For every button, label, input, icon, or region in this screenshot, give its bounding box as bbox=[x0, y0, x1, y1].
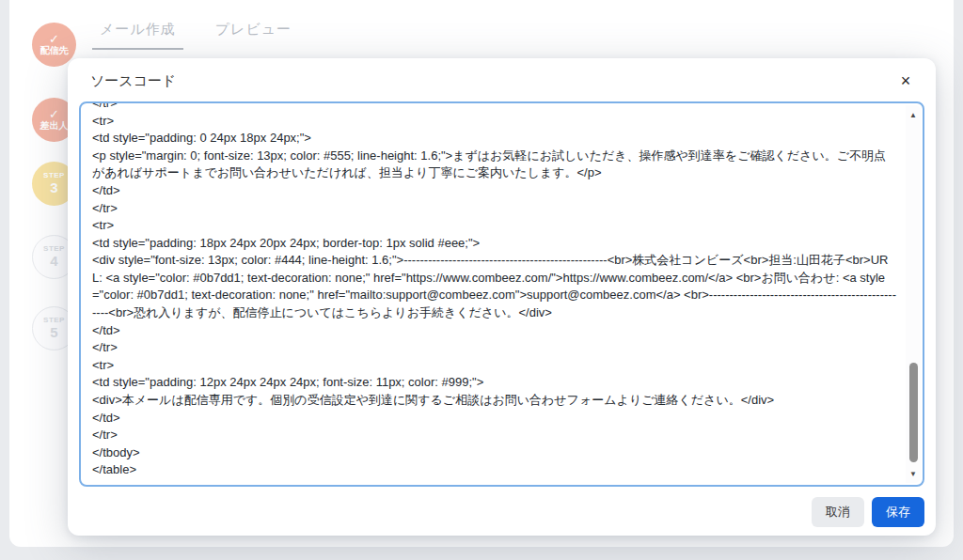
source-code-modal: ソースコード × </tr> <tr> <td style="padding: … bbox=[68, 58, 936, 536]
scroll-up-icon: ▲ bbox=[909, 111, 917, 119]
scrollbar-thumb[interactable] bbox=[909, 363, 918, 462]
scroll-down-icon: ▼ bbox=[909, 470, 917, 478]
scroll-down-button[interactable]: ▼ bbox=[906, 466, 921, 481]
source-code-textarea[interactable]: </tr> <tr> <td style="padding: 0 24px 18… bbox=[79, 101, 924, 487]
scrollbar-track[interactable]: ▲ ▼ bbox=[906, 105, 921, 483]
modal-footer: 取消 保存 bbox=[812, 497, 924, 527]
step-number: 4 bbox=[50, 254, 57, 269]
step-label: 配信先 bbox=[40, 46, 69, 56]
modal-title: ソースコード bbox=[90, 72, 176, 90]
tab-preview-label: プレビュー bbox=[215, 21, 292, 37]
modal-header: ソースコード × bbox=[68, 58, 936, 101]
close-button[interactable]: × bbox=[892, 68, 919, 94]
scroll-up-button[interactable]: ▲ bbox=[906, 107, 921, 122]
save-button[interactable]: 保存 bbox=[872, 497, 924, 527]
close-icon: × bbox=[901, 71, 911, 90]
step-number: 5 bbox=[50, 325, 57, 340]
check-icon: ✓ bbox=[49, 108, 59, 121]
tab-preview[interactable]: プレビュー bbox=[208, 21, 299, 50]
tab-mail-create[interactable]: メール作成 bbox=[92, 21, 183, 50]
cancel-button[interactable]: 取消 bbox=[812, 497, 864, 527]
step-label: 差出人 bbox=[40, 121, 69, 132]
step-number: 3 bbox=[50, 180, 57, 195]
tab-mail-create-label: メール作成 bbox=[100, 21, 176, 37]
editor-tabs: メール作成 プレビュー bbox=[92, 21, 299, 50]
source-code-text: </tr> <tr> <td style="padding: 0 24px 18… bbox=[92, 101, 896, 479]
check-icon: ✓ bbox=[49, 33, 59, 46]
